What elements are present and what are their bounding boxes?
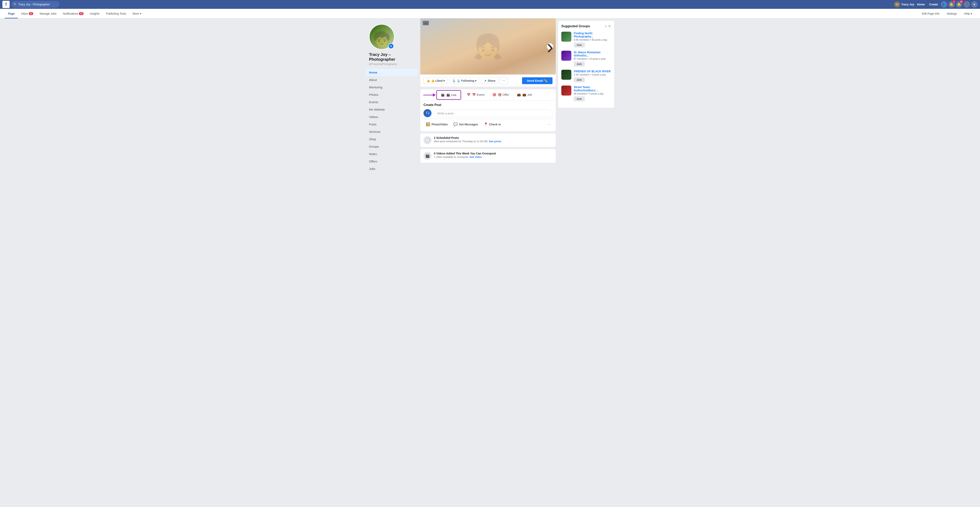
send-email-button[interactable]: Send Email ✏️ — [522, 77, 552, 84]
page-nav-manage-jobs[interactable]: Manage Jobs — [37, 9, 60, 18]
nav-notifications-icon[interactable]: 🔔 2 — [948, 1, 955, 8]
notifications-page-badge: 44 — [79, 12, 83, 15]
location-icon: 📍 — [484, 122, 488, 127]
page-nav-inbox[interactable]: Inbox 33 — [18, 9, 37, 18]
sidebar-item-offers[interactable]: Offers — [366, 157, 418, 165]
offer-tab[interactable]: 🎯 🎯 Offer — [488, 89, 513, 100]
sg-group-1-info: Finding North: Photography... 9.9K membe… — [574, 32, 611, 48]
scheduled-posts-notification: 🕐 2 Scheduled Posts Next post scheduled … — [420, 134, 556, 147]
sidebar-item-the-website[interactable]: the Website — [366, 106, 418, 113]
following-button[interactable]: 📡 📡 Following ▾ — [449, 78, 479, 84]
sidebar-item-about[interactable]: About — [366, 76, 418, 84]
crosspost-content: 0 Videos Added This Week You Can Crosspo… — [434, 152, 552, 159]
thumbs-up-icon: 👍 — [426, 79, 430, 82]
sg-group-4-name[interactable]: Street Team: AuthorGoddess'... — [574, 86, 611, 92]
search-icon: 🔍 — [14, 3, 17, 6]
page-nav-more[interactable]: More ▾ — [129, 9, 145, 18]
cover-image: 👧 — [420, 18, 556, 75]
sidebar-item-videos[interactable]: Videos — [366, 113, 418, 121]
avatar: TJ — [894, 2, 900, 7]
crosspost-icon: 🎬 — [423, 152, 431, 160]
crosspost-notification: 🎬 0 Videos Added This Week You Can Cross… — [420, 149, 556, 163]
live-tab[interactable]: 🎬 🎬 Live — [436, 90, 461, 100]
page-navigation: Page Inbox 33 Manage Jobs Notifications … — [0, 9, 980, 18]
more-options-button[interactable]: ··· — [500, 77, 508, 84]
get-messages-btn[interactable]: 💬 Get Messages — [451, 121, 480, 128]
top-navigation: f 🔍 TJ Tracy Joy Home Create 👥 🔔 2 🔔 29 … — [0, 0, 980, 9]
cover-photo: 👧 📹 › — [420, 18, 556, 75]
post-creation-area: 🎬 🎬 Live 📅 📅 Event 🎯 🎯 Off — [420, 89, 556, 131]
post-actions-row: 🖼️ Photo/Video 💬 Get Messages 📍 Check in… — [423, 119, 552, 129]
crosspost-sub: 1 video available to crosspost. See vide… — [434, 156, 552, 159]
sg-info-icon[interactable]: ℹ — [605, 25, 606, 28]
page-nav-notifications[interactable]: Notifications 44 — [60, 9, 87, 18]
sg-group-4-join-btn[interactable]: Join — [574, 96, 585, 101]
liked-button[interactable]: 👍 👍 Liked ▾ — [423, 78, 448, 84]
nav-create-btn[interactable]: Create — [928, 3, 940, 6]
search-input[interactable] — [18, 3, 57, 6]
main-content: 👧 📹 › 👍 👍 Liked ▾ 📡 📡 Following ▾ ↗ Shar… — [418, 18, 558, 176]
sg-group-4-meta: 96 members • 5 posts a day — [574, 92, 611, 95]
sidebar-item-groups[interactable]: Groups — [366, 143, 418, 150]
sg-group-3-name[interactable]: FRIENDS OF BLACK RIVER — [574, 70, 611, 73]
sg-group-1-name[interactable]: Finding North: Photography... — [574, 32, 611, 38]
scheduled-posts-content: 2 Scheduled Posts Next post scheduled fo… — [434, 136, 552, 143]
settings-btn[interactable]: Settings — [943, 9, 960, 18]
nav-dropdown-icon[interactable]: ▾ — [971, 1, 978, 8]
edit-page-info-btn[interactable]: Edit Page Info — [919, 9, 943, 18]
nav-user[interactable]: TJ Tracy Joy — [894, 2, 914, 7]
notifications-badge: 2 — [952, 0, 956, 3]
sidebar-item-services[interactable]: Services — [366, 128, 418, 135]
help-btn[interactable]: Help ▾ — [961, 9, 975, 18]
share-button[interactable]: ↗ Share — [481, 78, 498, 84]
nav-friends-icon[interactable]: 👥 — [941, 1, 947, 8]
scheduled-posts-icon: 🕐 — [423, 136, 431, 144]
sg-group-4: Street Team: AuthorGoddess'... 96 member… — [561, 86, 611, 101]
sidebar-item-posts[interactable]: Posts — [366, 121, 418, 128]
sg-group-1-meta: 9.9K members • 40 posts a day — [574, 38, 611, 41]
sidebar-menu: Home About Mentoring Photos Events the W… — [366, 69, 418, 172]
sg-group-2-name[interactable]: St. Marys Romanian Orthodox... — [574, 51, 611, 57]
job-icon: 💼 — [517, 93, 521, 97]
facebook-logo: f — [2, 1, 10, 8]
suggested-groups: Suggested Groups ℹ ✕ Finding North: Phot… — [558, 21, 614, 108]
sg-group-1-join-btn[interactable]: Join — [574, 43, 585, 48]
sidebar-item-mentoring[interactable]: Mentoring — [366, 84, 418, 91]
page-nav-publishing-tools[interactable]: Publishing Tools — [103, 9, 129, 18]
nav-home-btn[interactable]: Home — [915, 3, 926, 6]
page-nav-insights[interactable]: Insights — [87, 9, 103, 18]
sidebar-item-notes[interactable]: Notes — [366, 150, 418, 157]
profile-add-photo-btn[interactable]: + — [388, 43, 394, 49]
nav-right: TJ Tracy Joy Home Create 👥 🔔 2 🔔 29 ❓ ▾ — [894, 1, 978, 8]
photo-video-btn[interactable]: 🖼️ Photo/Video — [423, 121, 450, 128]
scheduled-posts-title: 2 Scheduled Posts — [434, 136, 552, 140]
job-tab[interactable]: 💼 💼 Job — [513, 89, 536, 100]
check-in-btn[interactable]: 📍 Check in — [481, 121, 503, 128]
nav-alerts-icon[interactable]: 🔔 29 — [956, 1, 963, 8]
photo-video-icon: 🖼️ — [426, 122, 430, 127]
create-post-header: Create Post — [423, 103, 552, 107]
sg-close-btn[interactable]: ✕ — [608, 24, 611, 29]
sidebar-item-photos[interactable]: Photos — [366, 91, 418, 99]
search-bar[interactable]: 🔍 — [11, 1, 59, 8]
sidebar-item-jobs[interactable]: Jobs — [366, 165, 418, 172]
see-video-link[interactable]: See video. — [469, 156, 482, 159]
see-posts-link[interactable]: See posts. — [489, 140, 502, 143]
event-tab[interactable]: 📅 📅 Event — [463, 89, 488, 100]
sidebar-item-events[interactable]: Events — [366, 99, 418, 106]
nav-help-icon[interactable]: ❓ — [964, 1, 970, 8]
sg-group-4-img — [561, 86, 571, 95]
sg-group-2-join-btn[interactable]: Join — [574, 62, 585, 67]
page-nav-page[interactable]: Page — [5, 9, 18, 18]
cover-next-icon[interactable]: › — [547, 43, 553, 50]
sg-group-3-join-btn[interactable]: Join — [574, 77, 585, 82]
post-actions-more-btn[interactable]: ··· — [546, 121, 552, 128]
profile-pic-wrapper: 🧒 + — [369, 24, 395, 50]
alerts-badge: 29 — [959, 0, 963, 3]
sidebar-item-home[interactable]: Home — [366, 69, 418, 76]
sg-group-3-meta: 2.3K members • 4 posts a day — [574, 73, 611, 76]
sg-group-4-info: Street Team: AuthorGoddess'... 96 member… — [574, 86, 611, 101]
post-input[interactable]: Write a post... — [434, 110, 552, 117]
sidebar-item-shop[interactable]: Shop — [366, 135, 418, 143]
sg-group-3-info: FRIENDS OF BLACK RIVER 2.3K members • 4 … — [574, 70, 611, 82]
